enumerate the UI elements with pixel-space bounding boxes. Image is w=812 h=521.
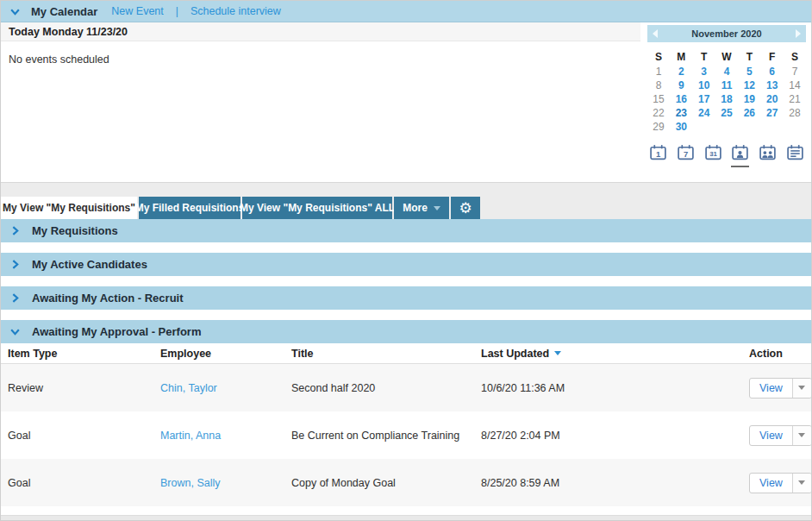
mini-calendar-day-25[interactable]: 25 (715, 106, 738, 120)
mini-calendar-day-30[interactable]: 30 (670, 120, 692, 134)
collapse-calendar-chevron-down-icon[interactable] (9, 6, 21, 17)
table-header-row: Item Type Employee Title Last Updated Ac… (1, 343, 812, 364)
chevron-right-icon (9, 292, 21, 304)
item-type-cell: Goal (8, 477, 160, 489)
mini-calendar-day-12[interactable]: 12 (738, 78, 760, 92)
employee-link[interactable]: Chin, Taylor (160, 382, 291, 394)
employee-link[interactable]: Brown, Sally (160, 477, 291, 489)
section-title: Awaiting My Action - Recruit (32, 292, 184, 304)
view-split-button[interactable]: View (749, 473, 812, 493)
view-button-label[interactable]: View (750, 474, 792, 493)
dashboard-page: My Calendar New Event | Schedule intervi… (0, 0, 812, 521)
chevron-down-icon (798, 480, 805, 485)
tab-my-view-my-requisitions[interactable]: My View "My Requisitions" (1, 197, 137, 219)
my-calendar-header: My Calendar New Event | Schedule intervi… (1, 1, 812, 22)
mini-calendar-day-10[interactable]: 10 (693, 78, 715, 92)
mini-calendar-day-27[interactable]: 27 (761, 106, 784, 120)
tab-settings[interactable]: ⚙ (451, 197, 480, 219)
mini-calendar-day-4[interactable]: 4 (715, 65, 738, 78)
mini-calendar-day-6[interactable]: 6 (761, 65, 784, 78)
view-dropdown-toggle[interactable] (792, 379, 811, 398)
month-view-calendar-icon[interactable]: 31 (704, 144, 722, 167)
mini-calendar-day-29: 29 (647, 120, 670, 134)
section-awaiting-my-approval-perform[interactable]: Awaiting My Approval - Perform (1, 320, 812, 343)
mini-calendar-day-20[interactable]: 20 (761, 92, 784, 106)
mini-calendar-day-7: 7 (784, 65, 806, 78)
mini-calendar-day-9[interactable]: 9 (670, 78, 692, 92)
previous-month-arrow-icon[interactable] (653, 29, 658, 38)
mini-calendar-day-28: 28 (784, 106, 806, 120)
tab-label: My Filled Requisitions (135, 202, 245, 214)
view-split-button[interactable]: View (749, 378, 812, 399)
mini-calendar-day-19[interactable]: 19 (738, 92, 760, 106)
week-view-calendar-icon[interactable]: 7 (677, 144, 695, 167)
mini-calendar-day-16[interactable]: 16 (670, 92, 692, 106)
svg-text:1: 1 (656, 149, 660, 159)
mini-calendar-month-label: November 2020 (691, 28, 761, 39)
day-view-calendar-icon[interactable]: 1 (649, 144, 667, 167)
svg-text:7: 7 (684, 149, 688, 159)
last-updated-cell: 8/27/20 2:04 PM (481, 430, 749, 442)
table-row: Goal Brown, Sally Copy of Monday Goal 8/… (1, 459, 812, 506)
gear-icon: ⚙ (459, 201, 472, 216)
table-row: Goal Martin, Anna Be Current on Complian… (1, 411, 812, 459)
title-cell: Copy of Monday Goal (291, 477, 481, 489)
column-header-item-type: Item Type (8, 348, 160, 360)
section-awaiting-my-action-recruit[interactable]: Awaiting My Action - Recruit (1, 286, 812, 310)
section-title: Awaiting My Approval - Perform (32, 325, 201, 338)
awaiting-approval-table: Item Type Employee Title Last Updated Ac… (1, 343, 812, 506)
calendar-panel-title: My Calendar (31, 5, 97, 18)
agenda-view-calendar-icon[interactable] (786, 144, 804, 167)
chevron-down-icon (9, 326, 21, 337)
column-header-employee: Employee (160, 348, 291, 360)
mini-calendar-day-header: S (647, 49, 670, 65)
mini-calendar-day-18[interactable]: 18 (715, 92, 738, 106)
tab-my-filled-requisitions[interactable]: My Filled Requisitions (139, 197, 240, 219)
view-dropdown-toggle[interactable] (792, 426, 811, 445)
column-header-title: Title (291, 348, 481, 360)
item-type-cell: Goal (8, 430, 160, 442)
table-row: Review Chin, Taylor Second half 2020 10/… (1, 364, 812, 411)
view-button-label[interactable]: View (750, 426, 792, 445)
column-header-last-updated[interactable]: Last Updated (481, 348, 749, 360)
title-cell: Second half 2020 (291, 382, 481, 394)
sort-descending-icon (554, 351, 561, 355)
tab-my-view-my-requisitions-all[interactable]: My View "My Requisitions" ALL (242, 197, 392, 219)
mini-calendar-day-header: T (738, 49, 760, 65)
view-button-label[interactable]: View (750, 379, 792, 398)
view-split-button[interactable]: View (749, 425, 812, 446)
mini-calendar-day-header: W (715, 49, 738, 65)
chevron-down-icon (798, 433, 805, 437)
no-events-message: No events scheduled (1, 41, 640, 78)
section-my-active-candidates[interactable]: My Active Candidates (1, 253, 812, 276)
tab-more-dropdown[interactable]: More (394, 197, 449, 219)
chevron-right-icon (9, 259, 21, 270)
mini-calendar-day-11[interactable]: 11 (715, 78, 738, 92)
person-schedule-calendar-icon[interactable] (731, 144, 749, 167)
panel-gap (1, 183, 812, 197)
horizontal-scrollbar[interactable] (1, 515, 812, 520)
mini-calendar-day-21: 21 (784, 92, 806, 106)
mini-calendar-day-3[interactable]: 3 (693, 65, 715, 78)
view-dropdown-toggle[interactable] (792, 474, 811, 493)
group-schedule-calendar-icon[interactable] (759, 144, 777, 167)
item-type-cell: Review (8, 382, 160, 394)
schedule-interview-link[interactable]: Schedule interview (191, 5, 281, 17)
mini-calendar-view-icons: 1731 (647, 144, 806, 167)
tab-label: My View "My Requisitions" ALL (240, 202, 395, 214)
mini-calendar-day-17[interactable]: 17 (693, 92, 715, 106)
mini-calendar-day-26[interactable]: 26 (738, 106, 760, 120)
svg-text:31: 31 (709, 150, 717, 158)
employee-link[interactable]: Martin, Anna (160, 430, 291, 442)
chevron-down-icon (434, 206, 440, 210)
mini-calendar-day-23[interactable]: 23 (670, 106, 692, 120)
next-month-arrow-icon[interactable] (796, 29, 801, 38)
mini-calendar-day-15: 15 (647, 92, 670, 106)
mini-calendar-day-24[interactable]: 24 (693, 106, 715, 120)
section-my-requisitions[interactable]: My Requisitions (1, 219, 812, 242)
mini-calendar-day-2[interactable]: 2 (670, 65, 692, 78)
link-separator: | (176, 5, 178, 17)
mini-calendar-day-5[interactable]: 5 (738, 65, 760, 78)
new-event-link[interactable]: New Event (111, 5, 163, 17)
mini-calendar-day-13[interactable]: 13 (761, 78, 784, 92)
